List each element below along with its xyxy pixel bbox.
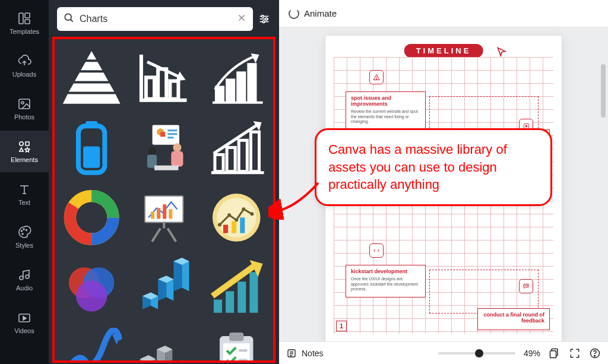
svg-marker-85 (182, 360, 189, 363)
timeline-node-code (369, 243, 384, 258)
result-clipboard-checks[interactable] (202, 324, 271, 363)
vertical-scrollbar[interactable] (601, 58, 606, 316)
rail-videos[interactable]: Videos (0, 302, 49, 343)
clear-search-icon[interactable] (236, 12, 247, 26)
rail-label: Uploads (12, 71, 36, 78)
tc4-title: conduct a final round of feedback (483, 312, 544, 324)
animate-button[interactable]: Animate (289, 8, 337, 19)
search-box[interactable] (57, 7, 253, 31)
page-indicator-badge: 1 (336, 321, 347, 331)
result-bar-down-chart[interactable] (129, 44, 198, 110)
svg-rect-23 (158, 69, 166, 99)
svg-rect-90 (239, 349, 247, 352)
svg-rect-34 (167, 129, 177, 131)
rail-styles[interactable]: Styles (0, 216, 49, 258)
svg-point-64 (76, 280, 107, 311)
elements-icon (17, 140, 31, 154)
svg-point-93 (376, 79, 377, 80)
timeline-title: TIMELINE (404, 44, 483, 58)
rail-label: Text (18, 199, 30, 206)
result-pyramid-chart[interactable] (57, 44, 126, 110)
result-3d-bars-gray[interactable] (129, 324, 198, 363)
svg-rect-28 (248, 64, 255, 101)
result-growth-chart[interactable] (202, 44, 271, 110)
filter-icon[interactable] (258, 12, 271, 26)
svg-point-97 (527, 286, 528, 286)
text-icon (17, 182, 31, 197)
rail-audio[interactable]: Audio (0, 259, 49, 300)
svg-point-8 (26, 230, 27, 231)
rail-text[interactable]: Text (0, 173, 49, 215)
rail-label: Elements (11, 156, 38, 163)
annotation-callout: Canva has a massive library of assets yo… (315, 128, 552, 206)
notes-label: Notes (302, 349, 324, 358)
pages-icon[interactable] (549, 347, 560, 359)
svg-rect-51 (169, 209, 172, 219)
result-coin-chart[interactable] (202, 184, 271, 251)
tc3-title: kickstart development (351, 269, 420, 275)
help-icon[interactable] (589, 347, 601, 359)
zoom-slider[interactable] (438, 352, 515, 354)
svg-rect-42 (215, 154, 223, 171)
svg-marker-84 (173, 360, 182, 363)
result-venn-diagram[interactable] (57, 254, 126, 321)
svg-point-7 (23, 229, 24, 230)
rail-label: Photos (14, 113, 34, 121)
templates-icon (17, 11, 31, 26)
svg-point-5 (20, 142, 23, 145)
svg-rect-48 (151, 211, 154, 219)
svg-point-15 (265, 18, 268, 20)
svg-marker-18 (81, 62, 102, 70)
rail-uploads[interactable]: Uploads (0, 45, 49, 87)
result-donut-chart[interactable] (57, 184, 126, 251)
svg-rect-3 (19, 99, 30, 109)
svg-rect-40 (171, 151, 183, 166)
svg-marker-17 (87, 51, 96, 59)
timeline-card-1: spot issues and improvements Review the … (346, 91, 426, 130)
svg-rect-49 (157, 208, 160, 219)
zoom-value: 49% (524, 349, 540, 358)
nav-rail: Templates Uploads Photos Elements Text (0, 0, 49, 364)
rail-photos[interactable]: Photos (0, 88, 49, 129)
svg-rect-25 (216, 87, 223, 101)
result-presentation-people[interactable] (129, 114, 198, 181)
rail-elements[interactable]: Elements (0, 131, 49, 172)
svg-rect-74 (214, 299, 222, 312)
app-root: Templates Uploads Photos Elements Text (0, 0, 608, 364)
svg-point-96 (526, 286, 527, 286)
notes-button[interactable]: Notes (286, 348, 324, 359)
svg-point-95 (525, 286, 525, 286)
rail-label: Audio (16, 284, 33, 292)
search-input[interactable] (80, 14, 232, 24)
result-bar-up-outline[interactable] (202, 114, 271, 181)
search-icon (63, 12, 75, 26)
svg-rect-88 (229, 333, 243, 341)
rail-label: Styles (15, 242, 33, 249)
svg-point-6 (21, 230, 23, 232)
svg-rect-1 (25, 13, 30, 18)
result-battery-icon[interactable] (57, 114, 126, 181)
svg-rect-2 (25, 20, 30, 24)
rail-templates[interactable]: Templates (0, 2, 49, 44)
fullscreen-icon[interactable] (569, 347, 581, 359)
annotation-arrow (268, 178, 322, 220)
result-3d-bars[interactable] (129, 254, 198, 321)
svg-marker-19 (75, 72, 108, 81)
rail-label: Videos (14, 327, 34, 334)
result-arrow-bars[interactable] (202, 254, 271, 321)
result-easel-chart[interactable] (129, 184, 198, 251)
svg-point-37 (148, 147, 156, 155)
result-trend-line[interactable] (57, 324, 126, 363)
svg-rect-31 (83, 146, 100, 167)
svg-marker-20 (69, 83, 115, 91)
svg-point-11 (26, 275, 29, 278)
timeline-node-chat (519, 279, 533, 293)
zoom-knob[interactable] (475, 349, 483, 357)
audio-icon (17, 268, 31, 282)
svg-rect-24 (170, 81, 178, 99)
tc3-body: Once the UX/UI designs are approved, kic… (351, 277, 420, 292)
tc1-body: Review the current website and spot the … (351, 109, 420, 125)
svg-rect-50 (163, 204, 166, 219)
svg-point-58 (250, 212, 254, 216)
tc1-title: spot issues and improvements (351, 96, 420, 107)
